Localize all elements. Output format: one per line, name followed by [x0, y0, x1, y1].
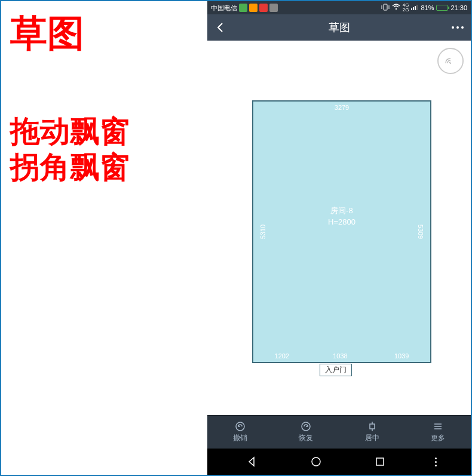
page-title: 草图: [329, 20, 350, 35]
dimension-top: 3279: [335, 104, 349, 111]
sync-button[interactable]: [437, 48, 464, 74]
room-name: 房间-8: [328, 204, 355, 216]
redo-icon: [301, 421, 311, 432]
clock: 21:30: [450, 4, 467, 11]
undo-icon: [235, 421, 246, 432]
center-icon: [367, 421, 378, 432]
door-label[interactable]: 入户门: [320, 364, 352, 376]
nav-menu-button[interactable]: [427, 457, 445, 466]
drawing-canvas[interactable]: 3279 5310 5309 1202 1038 1039 房间-8 H=280…: [207, 41, 471, 415]
status-app-icon: [239, 4, 247, 12]
network-type: 4G2G: [403, 3, 409, 13]
svg-point-17: [312, 457, 320, 466]
signal-bars-icon: [411, 4, 418, 11]
more-tools-button[interactable]: 更多: [405, 416, 471, 449]
annotation-title: 草图: [10, 13, 198, 54]
annotation-line2: 拐角飘窗: [10, 149, 198, 185]
svg-rect-0: [384, 4, 387, 10]
app-toolbar: 撤销 恢复 居中 更多: [207, 415, 471, 449]
dimension-bottom-mid: 1038: [333, 352, 347, 360]
annotation-line1: 拖动飘窗: [10, 113, 198, 149]
wifi-icon: [392, 4, 400, 12]
dimension-bottom-right: 1039: [394, 352, 409, 360]
android-nav-bar: [207, 449, 471, 475]
room-info: 房间-8 H=2800: [328, 204, 355, 228]
svg-rect-18: [376, 458, 384, 465]
battery-icon: [436, 5, 448, 11]
phone-screen: 中国电信 4G2G 81% 21:30: [207, 1, 471, 475]
nav-recent-button[interactable]: [362, 456, 398, 467]
battery-percent: 81%: [421, 4, 434, 11]
undo-button[interactable]: 撤销: [207, 416, 273, 449]
svg-rect-5: [413, 7, 414, 10]
back-button[interactable]: [207, 22, 234, 33]
carrier-label: 中国电信: [211, 4, 237, 13]
dimension-bottom-left: 1202: [275, 352, 289, 360]
more-options-button[interactable]: [445, 26, 471, 29]
svg-point-3: [396, 8, 397, 10]
status-bar: 中国电信 4G2G 81% 21:30: [207, 1, 471, 14]
svg-rect-6: [415, 6, 416, 10]
nav-back-button[interactable]: [234, 456, 269, 468]
annotation-panel: 草图 拖动飘窗 拐角飘窗: [1, 1, 207, 475]
svg-point-8: [450, 63, 451, 64]
status-app-icon: [249, 4, 258, 12]
svg-rect-11: [370, 424, 375, 429]
vibrate-icon: [381, 4, 390, 12]
center-button[interactable]: 居中: [339, 416, 405, 449]
nav-home-button[interactable]: [298, 456, 334, 468]
menu-icon: [433, 421, 443, 432]
svg-rect-7: [416, 5, 418, 10]
dimension-right: 5309: [417, 225, 424, 239]
status-app-icon: [259, 4, 268, 12]
status-usb-icon: [269, 4, 278, 12]
room-shape[interactable]: 3279 5310 5309 1202 1038 1039 房间-8 H=280…: [252, 100, 431, 363]
redo-button[interactable]: 恢复: [273, 416, 339, 449]
room-height: H=2800: [328, 216, 355, 228]
dimension-left: 5310: [259, 225, 266, 239]
svg-rect-4: [411, 8, 412, 10]
app-header: 草图: [207, 14, 471, 41]
